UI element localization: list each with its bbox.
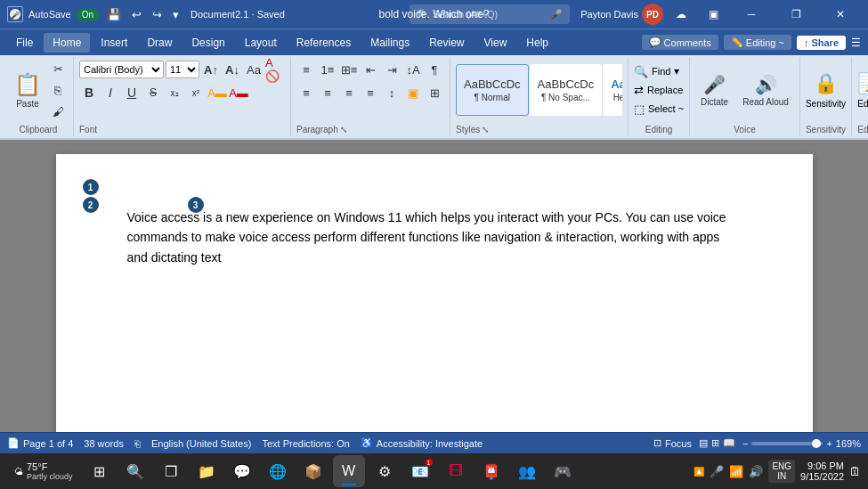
borders-button[interactable]: ⊞ (425, 83, 444, 102)
style-heading1[interactable]: AaBbCc Heading 1 (603, 64, 622, 116)
numbering-button[interactable]: 1≡ (318, 60, 337, 79)
copy-button[interactable]: ⎘ (48, 80, 68, 100)
font-color-button[interactable]: A▬ (229, 83, 248, 102)
align-left-button[interactable]: ≡ (296, 83, 316, 102)
font-size-select[interactable]: 11 (166, 61, 199, 78)
replace-button[interactable]: ⇄ Replace (634, 84, 684, 97)
change-case-button[interactable]: Aa (244, 60, 264, 79)
increase-indent-button[interactable]: ⇥ (382, 60, 402, 79)
autosave-toggle[interactable]: On (77, 9, 99, 20)
share-button[interactable]: ↑ Share (797, 36, 846, 50)
taskbar-explorer[interactable]: 📁 (191, 455, 223, 487)
taskbar-outlook[interactable]: 📮 (475, 455, 507, 487)
language-indicator-taskbar[interactable]: ENG IN (768, 460, 795, 483)
close-button[interactable]: ✕ (820, 0, 861, 29)
highlight-button[interactable]: A▬ (207, 83, 227, 102)
taskbar-taskview[interactable]: ❐ (155, 455, 187, 487)
mic-access-icon[interactable]: 🎤 (710, 465, 724, 478)
clock[interactable]: 9:06 PM 9/15/2022 (800, 460, 844, 482)
print-layout-icon[interactable]: ▤ (699, 437, 708, 449)
taskbar-game[interactable]: 🎮 (547, 455, 579, 487)
sensitivity-button[interactable]: 🔒 (814, 72, 838, 95)
styles-expand-icon[interactable]: ⤡ (482, 125, 489, 134)
align-right-button[interactable]: ≡ (339, 83, 359, 102)
taskbar-chat[interactable]: 💬 (226, 455, 258, 487)
system-tray-chevron[interactable]: 🔼 (694, 467, 704, 477)
shading-button[interactable]: ▣ (403, 83, 423, 102)
menu-home[interactable]: Home (44, 33, 90, 53)
multilevel-list-button[interactable]: ⊞≡ (339, 60, 359, 79)
cloud-icon[interactable]: ☁ (667, 0, 695, 29)
menu-help[interactable]: Help (517, 33, 557, 53)
document-content[interactable]: Voice access is a new experience on Wind… (127, 208, 742, 267)
menu-file[interactable]: File (7, 33, 42, 53)
zoom-slider[interactable] (751, 442, 823, 445)
sort-button[interactable]: ↕A (403, 60, 423, 79)
paragraph-expand-icon[interactable]: ⤡ (340, 125, 347, 134)
editor-button[interactable]: 📝 (857, 72, 868, 95)
menu-references[interactable]: References (288, 33, 360, 53)
zoom-in-icon[interactable]: + (826, 438, 831, 449)
network-icon[interactable]: 📶 (729, 465, 743, 478)
undo-icon[interactable]: ↩ (129, 8, 144, 21)
notification-icon[interactable]: 🗓 (849, 465, 861, 478)
style-normal[interactable]: AaBbCcDc ¶ Normal (456, 64, 529, 116)
ribbon-view-icon[interactable]: ▣ (699, 0, 727, 29)
taskbar-start[interactable]: ⊞ (84, 455, 116, 487)
paste-button[interactable]: 📋 Paste (9, 68, 46, 112)
taskbar-powerpoint[interactable]: 🎞 (440, 455, 472, 487)
reading-mode-icon[interactable]: 📖 (723, 437, 735, 449)
accessibility-icon[interactable]: ☰ (851, 37, 861, 49)
menu-design[interactable]: Design (183, 33, 233, 53)
increase-font-button[interactable]: A↑ (201, 60, 221, 79)
menu-mailings[interactable]: Mailings (361, 33, 418, 53)
style-no-spacing[interactable]: AaBbCcDc ¶ No Spac... (530, 64, 603, 116)
avatar[interactable]: PD (642, 4, 663, 25)
italic-button[interactable]: I (101, 83, 120, 102)
comments-button[interactable]: 💬 Comments (642, 35, 718, 50)
find-button[interactable]: 🔍 Find ▾ (634, 65, 684, 78)
menu-layout[interactable]: Layout (236, 33, 286, 53)
font-name-select[interactable]: Calibri (Body) (79, 61, 164, 78)
bold-button[interactable]: B (79, 83, 99, 102)
bullets-button[interactable]: ≡ (296, 60, 316, 79)
taskbar-teams[interactable]: 👥 (511, 455, 543, 487)
zoom-out-icon[interactable]: − (742, 438, 748, 449)
taskbar-mail-badge[interactable]: 📧 1 (404, 455, 436, 487)
taskbar-search[interactable]: 🔍 (119, 455, 151, 487)
minimize-button[interactable]: ─ (731, 0, 772, 29)
taskbar-word[interactable]: W (333, 455, 365, 487)
dictate-button[interactable]: 🎤 Dictate (695, 68, 734, 112)
taskbar-office[interactable]: 📦 (297, 455, 329, 487)
focus-button[interactable]: ⊡ Focus (653, 437, 692, 449)
decrease-indent-button[interactable]: ⇤ (361, 60, 380, 79)
underline-button[interactable]: U (122, 83, 142, 102)
line-spacing-button[interactable]: ↕ (382, 83, 402, 102)
format-painter-button[interactable]: 🖌 (48, 102, 68, 121)
customize-icon[interactable]: ▾ (170, 8, 182, 21)
taskbar-edge[interactable]: 🌐 (262, 455, 294, 487)
show-marks-button[interactable]: ¶ (425, 60, 444, 79)
editing-dropdown[interactable]: ✏️ Editing ~ (724, 35, 791, 50)
clear-format-button[interactable]: A🚫 (265, 60, 285, 79)
volume-icon[interactable]: 🔊 (749, 465, 763, 478)
menu-view[interactable]: View (475, 33, 516, 53)
taskbar-settings[interactable]: ⚙ (369, 455, 401, 487)
redo-icon[interactable]: ↪ (150, 8, 165, 21)
decrease-font-button[interactable]: A↓ (223, 60, 242, 79)
save-icon[interactable]: 💾 (104, 8, 124, 21)
strikethrough-button[interactable]: S (143, 83, 163, 102)
select-button[interactable]: ⬚ Select ~ (634, 102, 684, 116)
cut-button[interactable]: ✂ (48, 59, 68, 78)
restore-button[interactable]: ❐ (775, 0, 816, 29)
subscript-button[interactable]: x₂ (165, 83, 184, 102)
menu-draw[interactable]: Draw (138, 33, 181, 53)
menu-insert[interactable]: Insert (92, 33, 136, 53)
read-aloud-button[interactable]: 🔊 Read Aloud (737, 68, 794, 112)
menu-review[interactable]: Review (420, 33, 473, 53)
weather-widget[interactable]: 🌤 75°F Partly cloudy (7, 460, 80, 483)
justify-button[interactable]: ≡ (361, 83, 380, 102)
superscript-button[interactable]: x² (186, 83, 206, 102)
web-layout-icon[interactable]: ⊞ (711, 437, 719, 449)
align-center-button[interactable]: ≡ (318, 83, 337, 102)
